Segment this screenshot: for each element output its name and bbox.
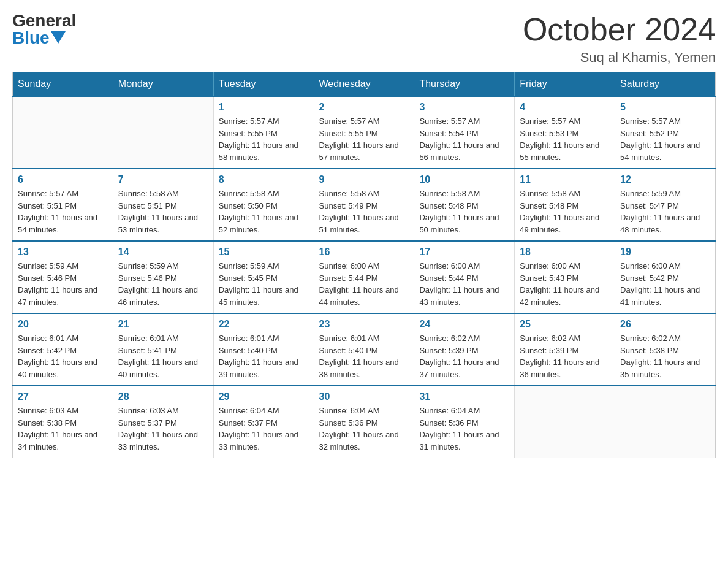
month-title: October 2024	[523, 12, 716, 47]
day-number: 11	[520, 174, 610, 185]
day-number: 9	[319, 174, 409, 185]
day-info: Sunrise: 5:58 AMSunset: 5:48 PMDaylight:…	[520, 188, 610, 236]
day-number: 31	[419, 391, 509, 402]
location-title: Suq al Khamis, Yemen	[523, 50, 716, 66]
day-number: 10	[419, 174, 509, 185]
day-info: Sunrise: 6:04 AMSunset: 5:37 PMDaylight:…	[219, 405, 309, 453]
day-number: 26	[620, 319, 710, 330]
day-number: 25	[520, 319, 610, 330]
header-saturday: Saturday	[615, 72, 716, 97]
day-number: 16	[319, 247, 409, 258]
calendar-cell: 5Sunrise: 5:57 AMSunset: 5:52 PMDaylight…	[615, 96, 716, 169]
logo-blue-text: Blue	[12, 29, 66, 47]
day-number: 12	[620, 174, 710, 185]
logo-general-text: General	[12, 12, 76, 29]
day-info: Sunrise: 5:57 AMSunset: 5:53 PMDaylight:…	[520, 115, 610, 163]
calendar-cell: 26Sunrise: 6:02 AMSunset: 5:38 PMDayligh…	[615, 313, 716, 386]
page-header: General Blue October 2024 Suq al Khamis,…	[12, 12, 716, 66]
day-number: 7	[118, 174, 208, 185]
header-sunday: Sunday	[13, 72, 113, 97]
header-friday: Friday	[515, 72, 615, 97]
day-info: Sunrise: 5:57 AMSunset: 5:51 PMDaylight:…	[18, 188, 108, 236]
day-info: Sunrise: 6:03 AMSunset: 5:38 PMDaylight:…	[18, 405, 108, 453]
day-info: Sunrise: 5:57 AMSunset: 5:55 PMDaylight:…	[319, 115, 409, 163]
calendar-header: Sunday Monday Tuesday Wednesday Thursday…	[13, 72, 716, 97]
day-info: Sunrise: 6:04 AMSunset: 5:36 PMDaylight:…	[319, 405, 409, 453]
day-info: Sunrise: 5:59 AMSunset: 5:46 PMDaylight:…	[18, 260, 108, 308]
day-number: 22	[219, 319, 309, 330]
day-info: Sunrise: 5:58 AMSunset: 5:51 PMDaylight:…	[118, 188, 208, 236]
day-number: 20	[18, 319, 108, 330]
calendar-cell: 25Sunrise: 6:02 AMSunset: 5:39 PMDayligh…	[515, 313, 615, 386]
day-number: 2	[319, 102, 409, 113]
day-info: Sunrise: 5:58 AMSunset: 5:48 PMDaylight:…	[419, 188, 509, 236]
calendar-week-4: 20Sunrise: 6:01 AMSunset: 5:42 PMDayligh…	[13, 313, 716, 386]
calendar-cell: 28Sunrise: 6:03 AMSunset: 5:37 PMDayligh…	[113, 386, 213, 458]
calendar-cell: 24Sunrise: 6:02 AMSunset: 5:39 PMDayligh…	[414, 313, 515, 386]
calendar-cell: 23Sunrise: 6:01 AMSunset: 5:40 PMDayligh…	[314, 313, 414, 386]
day-number: 5	[620, 102, 710, 113]
calendar-cell: 17Sunrise: 6:00 AMSunset: 5:44 PMDayligh…	[414, 241, 515, 313]
title-section: October 2024 Suq al Khamis, Yemen	[523, 12, 716, 66]
calendar-cell: 18Sunrise: 6:00 AMSunset: 5:43 PMDayligh…	[515, 241, 615, 313]
day-info: Sunrise: 6:03 AMSunset: 5:37 PMDaylight:…	[118, 405, 208, 453]
calendar-cell	[615, 386, 716, 458]
calendar-cell	[13, 96, 113, 169]
day-info: Sunrise: 6:01 AMSunset: 5:42 PMDaylight:…	[18, 332, 108, 380]
day-number: 23	[319, 319, 409, 330]
day-info: Sunrise: 5:59 AMSunset: 5:45 PMDaylight:…	[219, 260, 309, 308]
day-info: Sunrise: 6:02 AMSunset: 5:38 PMDaylight:…	[620, 332, 710, 380]
day-info: Sunrise: 6:00 AMSunset: 5:42 PMDaylight:…	[620, 260, 710, 308]
day-info: Sunrise: 5:58 AMSunset: 5:49 PMDaylight:…	[319, 188, 409, 236]
calendar-cell	[515, 386, 615, 458]
calendar-table: Sunday Monday Tuesday Wednesday Thursday…	[12, 72, 716, 458]
calendar-cell: 19Sunrise: 6:00 AMSunset: 5:42 PMDayligh…	[615, 241, 716, 313]
day-info: Sunrise: 6:00 AMSunset: 5:43 PMDaylight:…	[520, 260, 610, 308]
day-number: 29	[219, 391, 309, 402]
calendar-cell: 7Sunrise: 5:58 AMSunset: 5:51 PMDaylight…	[113, 169, 213, 241]
calendar-body: 1Sunrise: 5:57 AMSunset: 5:55 PMDaylight…	[13, 96, 716, 458]
day-info: Sunrise: 5:57 AMSunset: 5:55 PMDaylight:…	[219, 115, 309, 163]
calendar-cell: 30Sunrise: 6:04 AMSunset: 5:36 PMDayligh…	[314, 386, 414, 458]
calendar-cell: 11Sunrise: 5:58 AMSunset: 5:48 PMDayligh…	[515, 169, 615, 241]
calendar-cell: 8Sunrise: 5:58 AMSunset: 5:50 PMDaylight…	[213, 169, 314, 241]
calendar-cell	[113, 96, 213, 169]
day-info: Sunrise: 6:02 AMSunset: 5:39 PMDaylight:…	[419, 332, 509, 380]
calendar-cell: 1Sunrise: 5:57 AMSunset: 5:55 PMDaylight…	[213, 96, 314, 169]
day-info: Sunrise: 6:02 AMSunset: 5:39 PMDaylight:…	[520, 332, 610, 380]
day-number: 17	[419, 247, 509, 258]
day-info: Sunrise: 6:01 AMSunset: 5:41 PMDaylight:…	[118, 332, 208, 380]
day-number: 27	[18, 391, 108, 402]
calendar-week-2: 6Sunrise: 5:57 AMSunset: 5:51 PMDaylight…	[13, 169, 716, 241]
day-info: Sunrise: 6:01 AMSunset: 5:40 PMDaylight:…	[319, 332, 409, 380]
day-number: 1	[219, 102, 309, 113]
day-info: Sunrise: 6:01 AMSunset: 5:40 PMDaylight:…	[219, 332, 309, 380]
calendar-cell: 31Sunrise: 6:04 AMSunset: 5:36 PMDayligh…	[414, 386, 515, 458]
day-number: 6	[18, 174, 108, 185]
day-number: 4	[520, 102, 610, 113]
day-number: 18	[520, 247, 610, 258]
day-number: 8	[219, 174, 309, 185]
day-info: Sunrise: 6:00 AMSunset: 5:44 PMDaylight:…	[419, 260, 509, 308]
calendar-cell: 9Sunrise: 5:58 AMSunset: 5:49 PMDaylight…	[314, 169, 414, 241]
calendar-cell: 3Sunrise: 5:57 AMSunset: 5:54 PMDaylight…	[414, 96, 515, 169]
calendar-cell: 2Sunrise: 5:57 AMSunset: 5:55 PMDaylight…	[314, 96, 414, 169]
day-number: 28	[118, 391, 208, 402]
calendar-cell: 27Sunrise: 6:03 AMSunset: 5:38 PMDayligh…	[13, 386, 113, 458]
calendar-cell: 14Sunrise: 5:59 AMSunset: 5:46 PMDayligh…	[113, 241, 213, 313]
calendar-week-5: 27Sunrise: 6:03 AMSunset: 5:38 PMDayligh…	[13, 386, 716, 458]
day-number: 21	[118, 319, 208, 330]
day-number: 24	[419, 319, 509, 330]
day-info: Sunrise: 6:00 AMSunset: 5:44 PMDaylight:…	[319, 260, 409, 308]
day-info: Sunrise: 5:59 AMSunset: 5:47 PMDaylight:…	[620, 188, 710, 236]
calendar-cell: 22Sunrise: 6:01 AMSunset: 5:40 PMDayligh…	[213, 313, 314, 386]
calendar-cell: 21Sunrise: 6:01 AMSunset: 5:41 PMDayligh…	[113, 313, 213, 386]
logo-triangle-icon	[51, 31, 66, 44]
header-wednesday: Wednesday	[314, 72, 414, 97]
day-number: 30	[319, 391, 409, 402]
weekday-header-row: Sunday Monday Tuesday Wednesday Thursday…	[13, 72, 716, 97]
logo: General Blue	[12, 12, 76, 47]
calendar-cell: 6Sunrise: 5:57 AMSunset: 5:51 PMDaylight…	[13, 169, 113, 241]
calendar-cell: 12Sunrise: 5:59 AMSunset: 5:47 PMDayligh…	[615, 169, 716, 241]
calendar-cell: 13Sunrise: 5:59 AMSunset: 5:46 PMDayligh…	[13, 241, 113, 313]
